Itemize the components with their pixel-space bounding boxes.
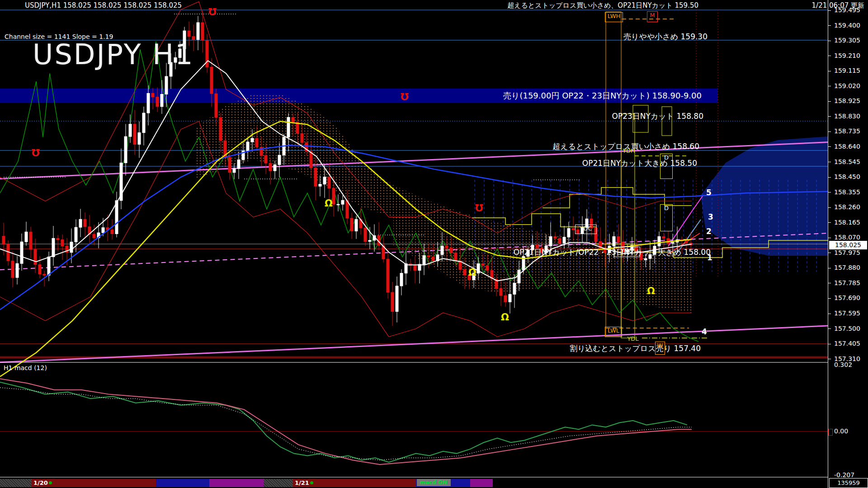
chart-canvas[interactable]	[0, 0, 868, 488]
macd-on-badge[interactable]: macd ON	[417, 479, 451, 486]
timeline-segment[interactable]	[264, 479, 293, 487]
candle-body	[328, 177, 330, 188]
chart-window: { "header": { "symbol_info": "USDJPY,H1 …	[0, 0, 868, 488]
price-tick-label: 158.450	[834, 173, 860, 180]
timeline-segment[interactable]	[0, 479, 32, 487]
price-tick-label: 158.260	[834, 203, 860, 211]
candle-body	[215, 94, 217, 117]
candle-body	[29, 232, 32, 249]
candle-body	[228, 157, 231, 173]
candle-body	[504, 296, 507, 302]
candle-body	[414, 266, 416, 271]
timeline-segment[interactable]	[493, 479, 828, 487]
candle-body	[255, 138, 258, 147]
candle-body	[174, 58, 177, 63]
candle-body	[432, 257, 434, 261]
price-tick-label: 159.305	[834, 37, 860, 44]
candle-body	[292, 117, 294, 122]
current-price-badge: 158.025	[829, 241, 867, 249]
macd-green	[0, 382, 687, 462]
axis-tick	[828, 328, 831, 329]
candle-body	[468, 275, 471, 280]
candle-body	[61, 239, 64, 246]
candle-body	[142, 113, 145, 133]
candle-body	[274, 165, 276, 171]
axis-tick	[828, 86, 831, 86]
candle-body	[554, 236, 557, 238]
price-axis[interactable]: 158.025 135959 159.495159.400159.305159.…	[828, 0, 868, 488]
candle-body	[84, 219, 86, 226]
price-tick-label: 159.020	[834, 82, 860, 89]
price-tick-label: 157.405	[834, 340, 860, 347]
candle-body	[594, 228, 597, 241]
timeline-segment[interactable]	[470, 479, 493, 487]
axis-tick	[828, 177, 831, 178]
candle-body	[79, 219, 82, 227]
candle-body	[323, 177, 326, 184]
candle-body	[391, 292, 394, 311]
candle-body	[75, 227, 77, 242]
candle-body	[613, 236, 615, 246]
candle-body	[201, 23, 204, 41]
wave5-line	[668, 196, 703, 246]
candle-body	[93, 234, 95, 238]
candle-body	[536, 245, 538, 248]
candle-body	[445, 246, 448, 248]
candle-body	[246, 142, 249, 151]
price-tick-label: 157.500	[834, 325, 860, 332]
macd-tick-label: 0.302	[834, 361, 852, 368]
timeline-bar[interactable]: 1/201/21	[0, 478, 828, 488]
price-tick-label: 157.690	[834, 294, 860, 301]
axis-tick	[828, 238, 831, 238]
candle-body	[170, 62, 172, 76]
timeline-dot	[310, 481, 313, 484]
axis-tick	[828, 131, 831, 132]
macd-pink	[0, 379, 692, 465]
candle-body	[527, 250, 529, 256]
candle-body	[269, 163, 272, 171]
candle-body	[481, 263, 484, 265]
candle-body	[685, 241, 688, 243]
axis-tick	[828, 298, 831, 299]
timeline-segment[interactable]	[209, 479, 264, 487]
candle-body	[2, 236, 5, 244]
candle-body	[387, 259, 389, 292]
axis-tick	[828, 71, 831, 71]
candle-body	[441, 246, 443, 254]
symbol-ohlc-readout: USDJPY,H1 158.025 158.025 158.025 158.02…	[25, 1, 182, 9]
candle-body	[626, 250, 629, 252]
axis-tick	[828, 101, 831, 102]
price-tick-label: 158.830	[834, 113, 860, 120]
candle-body	[423, 255, 425, 264]
price-tick-label: 158.545	[834, 158, 860, 165]
candle-body	[233, 169, 236, 173]
candle-body	[635, 245, 638, 251]
candle-body	[332, 188, 335, 204]
candle-body	[563, 237, 566, 243]
candle-body	[585, 219, 588, 227]
candle-body	[540, 248, 543, 253]
candle-body	[671, 242, 674, 243]
candle-body	[25, 232, 28, 242]
timeline-segment[interactable]	[156, 479, 209, 487]
candle-body	[111, 230, 113, 234]
axis-tick	[828, 146, 831, 147]
price-tick-label: 159.210	[834, 52, 860, 59]
candle-body	[454, 253, 457, 261]
candle-body	[264, 155, 267, 163]
candle-body	[576, 230, 579, 234]
title-bar: USDJPY,H1 158.025 158.025 158.025 158.02…	[0, 0, 868, 10]
candle-body	[165, 76, 168, 94]
candle-body	[129, 124, 132, 136]
axis-tick	[828, 344, 831, 344]
candle-body	[518, 270, 520, 283]
candle-body	[396, 286, 398, 312]
price-tick-label: 159.115	[834, 67, 860, 74]
candle-body	[500, 289, 502, 296]
axis-bottom-value: 135959	[829, 478, 868, 488]
candle-body	[319, 184, 321, 187]
candle-body	[368, 240, 371, 241]
axis-tick	[828, 56, 831, 56]
candle-body	[133, 124, 136, 145]
macd-tick-label: 0.00	[834, 427, 848, 435]
